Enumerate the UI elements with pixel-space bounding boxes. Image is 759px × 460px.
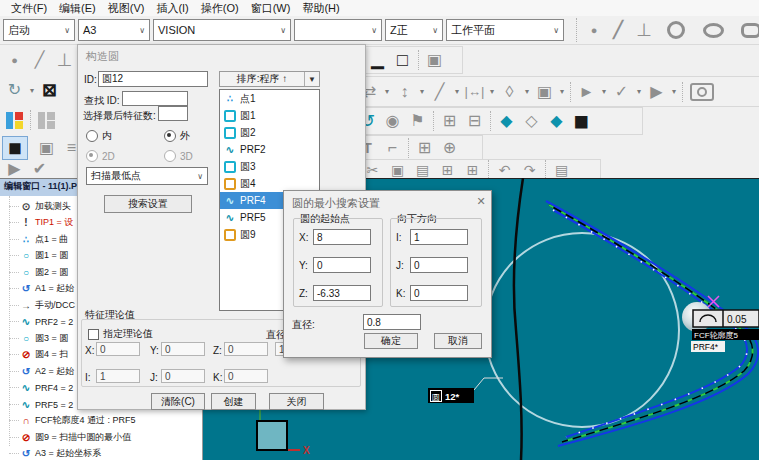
dropdown-icon[interactable]: ▾	[669, 87, 679, 96]
tree-item[interactable]: ⊙加载测头	[0, 199, 71, 214]
execute-icon[interactable]: ▶	[644, 84, 669, 100]
probe-ball-icon[interactable]: ◉	[380, 113, 405, 129]
maximize-icon[interactable]: □	[390, 51, 415, 69]
down-k-input[interactable]: 0	[410, 285, 468, 301]
id-input[interactable]: 圆12	[98, 71, 208, 87]
circle-feature-icon[interactable]	[667, 21, 685, 39]
dropdown-icon[interactable]: ▾	[27, 86, 37, 95]
theo-k-input[interactable]: 0	[224, 369, 268, 383]
radio-3d[interactable]: 3D	[164, 150, 193, 162]
alignment-combobox[interactable]: A3 ∨	[78, 19, 150, 41]
wireframe-cube-icon[interactable]: ⊠	[37, 81, 62, 99]
theo-j-input[interactable]: 0	[161, 369, 205, 383]
copy-icon[interactable]: ▣	[385, 163, 410, 177]
workplane-combobox[interactable]: 工作平面 ∨	[446, 19, 564, 41]
menu-operation[interactable]: 操作(O)	[195, 1, 245, 16]
inner-radio[interactable]: 内	[86, 129, 112, 143]
probe-combobox[interactable]: VISION ∨	[153, 19, 291, 41]
theo-z-input[interactable]: 0	[224, 342, 268, 356]
clear-button[interactable]: 清除(C)	[151, 393, 205, 410]
line-mode-icon[interactable]: ╱	[427, 84, 452, 100]
redo-icon[interactable]: ↷	[517, 163, 542, 177]
clearance-cube-icon[interactable]: ◇	[519, 113, 544, 129]
menu-view[interactable]: 视图(V)	[102, 1, 151, 16]
label-flag-icon[interactable]: ⚑	[405, 113, 430, 129]
close-icon[interactable]: ✕	[473, 195, 489, 208]
tree-item[interactable]: ∿PRF4 = 2	[0, 380, 73, 395]
menu-file[interactable]: 文件(F)	[5, 1, 53, 16]
tree-item[interactable]: ↺A3 = 起始坐标系	[0, 446, 101, 460]
play-icon[interactable]: ▶	[2, 161, 27, 177]
down-j-input[interactable]: 0	[410, 257, 468, 273]
perpendicular-feature-icon[interactable]: ⊥	[635, 21, 653, 39]
method-select[interactable]: 扫描最低点 ∨	[86, 167, 208, 185]
tree-item[interactable]: ∿PRF5 = 2	[0, 397, 73, 412]
rotate-view-icon[interactable]: ↻	[2, 82, 27, 98]
point-icon[interactable]: ●	[2, 55, 27, 66]
tree-item[interactable]: ○圆1 = 圆	[0, 248, 68, 263]
menu-help[interactable]: 帮助(H)	[296, 1, 345, 16]
feature-list-item[interactable]: 圆3	[220, 158, 319, 175]
viewports-save-icon[interactable]	[38, 112, 55, 129]
feature-list-item[interactable]: 圆2	[220, 124, 319, 141]
zoom-in-box-icon[interactable]: ⊞	[437, 113, 462, 129]
restore-window-icon[interactable]: ▣	[422, 52, 447, 68]
theo-i-input[interactable]: 1	[96, 369, 140, 383]
translate-icon[interactable]: ↕	[392, 84, 417, 100]
dropdown-icon[interactable]: ▾	[382, 87, 392, 96]
dropdown-icon[interactable]: ▾	[557, 87, 567, 96]
menu-insert[interactable]: 插入(I)	[150, 1, 194, 16]
tree-item[interactable]: ○圆3 = 圆	[0, 331, 68, 346]
feature-list-item[interactable]: ∴点1	[220, 90, 319, 107]
tree-item[interactable]: ⊘圆4 = 扫	[0, 347, 68, 362]
dropdown-icon[interactable]: ▾	[522, 87, 532, 96]
close-button[interactable]: 关闭	[269, 393, 324, 410]
tree-item[interactable]: ↺A2 = 起始	[0, 364, 74, 379]
cancel-button[interactable]: 取消	[434, 333, 482, 349]
zoom-out-box-icon[interactable]: ⊟	[462, 113, 487, 129]
find-id-input[interactable]	[122, 91, 188, 106]
ellipse-feature-icon[interactable]	[703, 23, 724, 38]
copy-stack-icon[interactable]: ▣	[532, 84, 557, 100]
sort-dropdown-icon[interactable]: ▼	[305, 75, 319, 84]
dropdown-icon[interactable]: ▾	[599, 87, 609, 96]
round-slot-feature-icon[interactable]	[741, 23, 759, 38]
search-settings-button[interactable]: 搜索设置	[104, 195, 192, 213]
point-feature-icon[interactable]: ●	[587, 25, 601, 36]
ok-button[interactable]: 确定	[364, 333, 418, 349]
add-window-icon[interactable]: ⊞	[412, 140, 437, 156]
undo-icon[interactable]: ↶	[492, 163, 517, 177]
solid-view-button[interactable]: ◼	[2, 136, 28, 160]
camera-icon[interactable]	[690, 83, 714, 101]
create-button[interactable]: 创建	[211, 393, 256, 410]
tree-item[interactable]: →手动/DCC	[0, 298, 75, 313]
tree-item[interactable]: ∿PRF2 = 2	[0, 314, 73, 329]
corner-probe-icon[interactable]: ⌐	[380, 140, 405, 156]
feature-list-item[interactable]: 圆1	[220, 107, 319, 124]
tree-item[interactable]: ⊘圆9 = 扫描中圆的最小值	[0, 430, 131, 445]
menu-edit[interactable]: 编辑(E)	[53, 1, 102, 16]
theo-x-input[interactable]: 0	[96, 342, 140, 356]
down-i-input[interactable]: 1	[410, 229, 468, 245]
distance-icon[interactable]: |↔|	[462, 85, 487, 98]
theo-y-input[interactable]: 0	[161, 342, 205, 356]
minimize-icon[interactable]: ▁	[365, 52, 390, 68]
dropdown-icon[interactable]: ▾	[452, 87, 462, 96]
print-icon[interactable]: ▤	[549, 163, 574, 177]
dropdown-icon[interactable]: ▾	[634, 87, 644, 96]
feature-list-item[interactable]: ∿PRF2	[220, 141, 319, 158]
measure-route-icon[interactable]: ►	[574, 84, 599, 100]
outer-radio[interactable]: 外	[164, 129, 190, 143]
menu-window[interactable]: 窗口(W)	[245, 1, 297, 16]
mode-combobox[interactable]: 启动 ∨	[3, 19, 75, 41]
start-y-input[interactable]: 0	[313, 257, 371, 273]
add-cad-icon[interactable]: ⊕	[437, 140, 462, 156]
theo-checkbox[interactable]: 指定理论值	[88, 327, 153, 341]
cube-copy-icon[interactable]: ▣	[34, 140, 59, 156]
dropdown-icon[interactable]: ▾	[487, 87, 497, 96]
sort-order-button[interactable]: 排序:程序 ↑ ▼	[219, 71, 320, 87]
grid-icon[interactable]: ⊞	[460, 163, 485, 177]
check-icon[interactable]: ✔	[27, 161, 52, 177]
start-x-input[interactable]: 8	[313, 229, 371, 245]
tip-combobox[interactable]: ∨	[294, 19, 382, 41]
